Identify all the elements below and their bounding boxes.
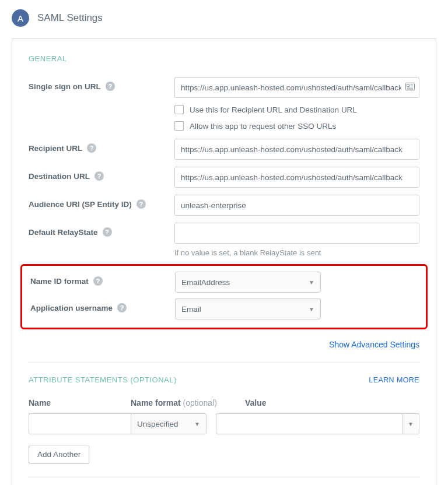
- recipient-url-input[interactable]: [174, 139, 419, 160]
- divider: [29, 477, 419, 477]
- relaystate-hint: If no value is set, a blank RelayState i…: [174, 248, 419, 257]
- attribute-section-title: ATTRIBUTE STATEMENTS (OPTIONAL): [29, 375, 177, 384]
- help-icon[interactable]: ?: [106, 82, 115, 91]
- row-appusername: Application username ? Email ▼: [30, 298, 418, 319]
- page-title: SAML Settings: [37, 12, 103, 24]
- row-sso-url: Single sign on URL ? Use this for Recipi…: [29, 77, 419, 131]
- help-icon[interactable]: ?: [103, 227, 112, 237]
- settings-panel: GENERAL Single sign on URL ? Use this fo…: [12, 38, 436, 485]
- help-icon[interactable]: ?: [117, 303, 127, 312]
- divider: [29, 362, 419, 363]
- attr-format-select[interactable]: Unspecified ▼: [131, 413, 206, 434]
- highlight-box: Name ID format ? EmailAddress ▼ Applicat…: [20, 264, 428, 329]
- relaystate-input[interactable]: [174, 223, 419, 244]
- audience-uri-label: Audience URI (SP Entity ID): [29, 200, 132, 209]
- row-audience-uri: Audience URI (SP Entity ID) ?: [29, 195, 419, 216]
- destination-url-label: Destination URL: [29, 172, 90, 181]
- help-icon[interactable]: ?: [136, 199, 146, 209]
- audience-uri-input[interactable]: [174, 195, 419, 216]
- relaystate-label: Default RelayState: [29, 228, 98, 237]
- attribute-row: Unspecified ▼ ▼: [29, 413, 419, 434]
- id-card-icon[interactable]: [405, 83, 415, 93]
- page-header: A SAML Settings: [0, 0, 448, 38]
- sso-url-input[interactable]: [174, 77, 419, 98]
- chevron-down-icon: ▼: [309, 306, 314, 312]
- add-another-button[interactable]: Add Another: [29, 445, 89, 464]
- learn-more-link[interactable]: LEARN MORE: [369, 376, 419, 384]
- nameid-label: Name ID format: [30, 277, 89, 286]
- help-icon[interactable]: ?: [94, 171, 104, 181]
- appusername-label: Application username: [30, 304, 113, 312]
- col-value-header: Value: [236, 398, 419, 407]
- app-avatar: A: [12, 9, 29, 27]
- row-nameid: Name ID format ? EmailAddress ▼: [30, 272, 418, 293]
- recipient-url-label: Recipient URL: [29, 144, 82, 153]
- chevron-down-icon: ▼: [194, 421, 200, 427]
- chevron-down-icon: ▼: [408, 421, 414, 427]
- sso-url-label: Single sign on URL: [29, 82, 101, 91]
- attribute-columns-header: Name Name format (optional) Value: [29, 398, 419, 407]
- attr-value-dropdown[interactable]: ▼: [402, 413, 419, 434]
- row-relaystate: Default RelayState ? If no value is set,…: [29, 223, 419, 257]
- help-icon[interactable]: ?: [93, 276, 103, 286]
- allow-other-sso-checkbox[interactable]: [174, 121, 184, 131]
- destination-url-input[interactable]: [174, 167, 419, 188]
- svg-rect-1: [407, 85, 410, 87]
- nameid-select[interactable]: EmailAddress ▼: [175, 272, 321, 293]
- show-advanced-settings-link[interactable]: Show Advanced Settings: [329, 340, 419, 349]
- row-destination-url: Destination URL ?: [29, 167, 419, 188]
- use-for-recipient-checkbox[interactable]: [174, 105, 184, 114]
- chevron-down-icon: ▼: [309, 279, 314, 286]
- attr-value-input[interactable]: [216, 413, 402, 434]
- allow-other-sso-label: Allow this app to request other SSO URLs: [190, 122, 336, 131]
- help-icon[interactable]: ?: [87, 143, 96, 153]
- appusername-select[interactable]: Email ▼: [175, 298, 321, 319]
- appusername-value: Email: [181, 305, 201, 314]
- attr-name-input[interactable]: [29, 413, 131, 434]
- col-name-header: Name: [29, 398, 131, 407]
- col-format-header: Name format (optional): [131, 398, 236, 407]
- nameid-value: EmailAddress: [181, 278, 230, 287]
- row-recipient-url: Recipient URL ?: [29, 139, 419, 160]
- attr-format-value: Unspecified: [137, 420, 178, 428]
- use-for-recipient-label: Use this for Recipient URL and Destinati…: [190, 106, 357, 114]
- general-section-title: GENERAL: [29, 54, 419, 63]
